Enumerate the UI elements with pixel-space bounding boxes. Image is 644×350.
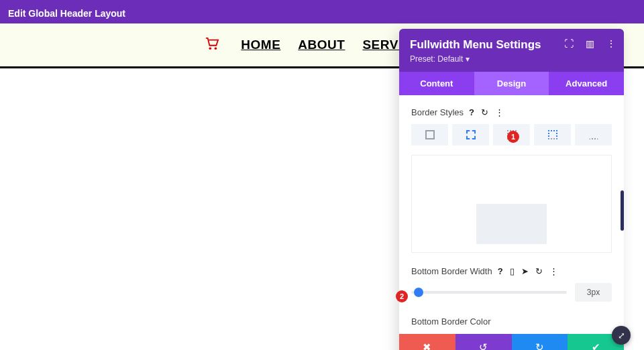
panel-footer: ✖ ↺ ↻ ✔ xyxy=(399,334,624,350)
cart-icon xyxy=(205,37,219,54)
border-bottom[interactable] xyxy=(575,124,612,145)
kebab-icon[interactable]: ⋮ xyxy=(549,266,558,276)
tab-content[interactable]: Content xyxy=(399,72,474,95)
help-icon[interactable]: ? xyxy=(469,107,474,117)
border-styles-label: Border Styles xyxy=(411,107,464,117)
bottom-width-label: Bottom Border Width xyxy=(411,266,492,276)
edit-title: Edit Global Header Layout xyxy=(8,8,125,19)
resize-handle[interactable]: ⤢ xyxy=(612,326,631,345)
tab-advanced[interactable]: Advanced xyxy=(549,72,624,95)
slider-thumb[interactable] xyxy=(414,288,423,297)
reset-icon[interactable]: ↻ xyxy=(535,266,543,276)
help-icon[interactable]: ? xyxy=(498,266,503,276)
expand-icon[interactable]: ⛶ xyxy=(564,38,574,49)
columns-icon[interactable]: ▥ xyxy=(586,38,594,49)
border-all-dashed[interactable] xyxy=(452,124,489,145)
panel-preset[interactable]: Preset: Default ▾ xyxy=(410,54,613,64)
reset-icon[interactable]: ↻ xyxy=(481,107,488,117)
svg-point-1 xyxy=(215,47,217,50)
nav-home[interactable]: HOME xyxy=(241,38,280,52)
border-all-solid[interactable] xyxy=(411,124,448,145)
tablet-icon[interactable]: ▯ xyxy=(510,266,515,276)
undo-button[interactable]: ↺ xyxy=(455,334,512,350)
callout-badge-2: 2 xyxy=(396,290,408,302)
panel-tabs: Content Design Advanced xyxy=(399,72,624,95)
settings-panel: Fullwidth Menu Settings Preset: Default … xyxy=(399,29,624,350)
preview-fill xyxy=(476,204,547,244)
edit-title-bar: Edit Global Header Layout xyxy=(0,3,644,23)
cancel-button[interactable]: ✖ xyxy=(399,334,455,350)
border-right[interactable] xyxy=(534,124,571,145)
width-slider[interactable] xyxy=(411,291,567,294)
tab-design[interactable]: Design xyxy=(474,72,549,95)
scrollbar-thumb[interactable] xyxy=(621,190,624,231)
panel-header: Fullwidth Menu Settings Preset: Default … xyxy=(399,29,624,72)
svg-point-0 xyxy=(209,47,212,50)
callout-badge-1: 1 xyxy=(507,131,519,143)
width-value-input[interactable] xyxy=(575,283,612,302)
redo-button[interactable]: ↻ xyxy=(512,334,568,350)
more-icon[interactable]: ⋮ xyxy=(606,38,616,49)
kebab-icon[interactable]: ⋮ xyxy=(495,107,504,117)
border-preview xyxy=(411,155,612,253)
nav-about[interactable]: ABOUT xyxy=(298,38,345,52)
cursor-icon[interactable]: ➤ xyxy=(521,266,529,276)
bottom-color-label: Bottom Border Color xyxy=(411,316,491,327)
